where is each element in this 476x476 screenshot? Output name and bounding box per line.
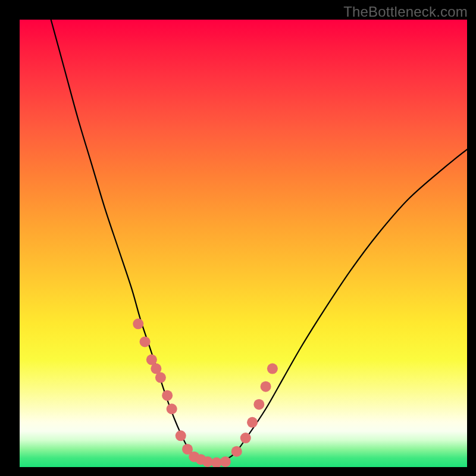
bottleneck-curve-line: [51, 20, 467, 463]
highlight-marker: [247, 417, 258, 428]
chart-frame: TheBottleneck.com: [0, 0, 476, 476]
highlight-marker: [267, 364, 278, 374]
highlight-marker: [133, 318, 143, 329]
highlight-marker: [231, 446, 242, 457]
highlight-marker: [240, 433, 251, 443]
highlight-marker: [162, 390, 173, 401]
highlight-marker: [167, 403, 177, 414]
highlight-marker: [220, 456, 231, 467]
highlight-markers-group: [133, 318, 278, 467]
highlight-marker: [261, 381, 271, 392]
chart-svg: [20, 20, 467, 467]
highlight-marker: [253, 399, 264, 410]
highlight-marker: [140, 336, 151, 347]
highlight-marker: [155, 372, 166, 383]
highlight-marker: [176, 430, 186, 441]
plot-area: [20, 20, 467, 467]
watermark-text: TheBottleneck.com: [343, 4, 468, 20]
